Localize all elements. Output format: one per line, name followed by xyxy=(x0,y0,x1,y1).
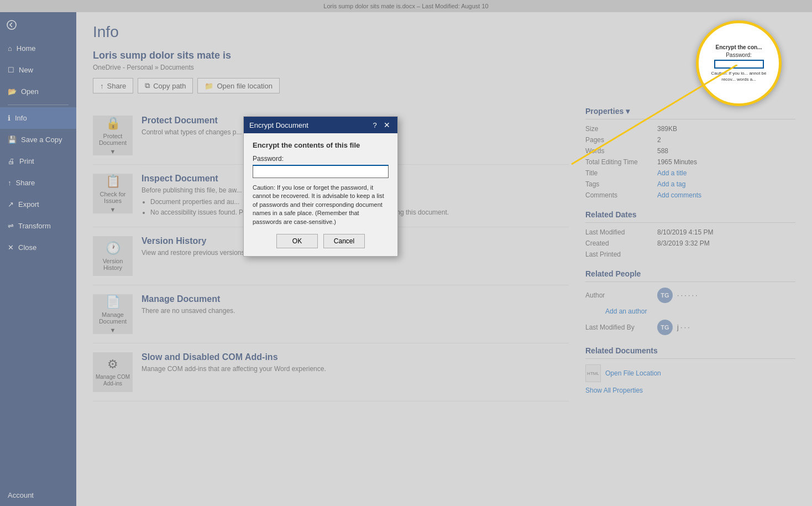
dialog-cancel-button[interactable]: Cancel xyxy=(323,234,365,248)
encrypt-dialog-wrapper: Encrypt Document ? ✕ Encrypt the content… xyxy=(243,116,398,257)
content-area: Info Loris sump dolor sits mate is OneDr… xyxy=(76,12,812,506)
dialog-buttons: OK Cancel xyxy=(253,234,389,248)
zoom-callout-password-label: Password: xyxy=(726,52,752,58)
dialog-titlebar: Encrypt Document ? ✕ xyxy=(244,117,397,133)
callout-arrow xyxy=(538,65,737,175)
dialog-close-button[interactable]: ✕ xyxy=(382,120,392,130)
dialog-ok-button[interactable]: OK xyxy=(276,234,318,248)
svg-line-1 xyxy=(572,65,737,164)
zoom-callout-title: Encrypt the con... xyxy=(716,44,762,50)
dialog-password-label: Password: xyxy=(253,155,389,163)
dialog-caution-text: Caution: If you lose or forget the passw… xyxy=(253,184,389,226)
zoom-callout-container: Encrypt the con... Password: Caution: If… xyxy=(696,20,782,106)
dialog-help-button[interactable]: ? xyxy=(370,120,380,130)
encrypt-dialog: Encrypt Document ? ✕ Encrypt the content… xyxy=(243,116,398,257)
dialog-title-text: Encrypt Document xyxy=(249,121,308,129)
dialog-body: Encrypt the contents of this file Passwo… xyxy=(244,133,397,256)
dialog-password-input[interactable] xyxy=(253,165,389,178)
dialog-body-title: Encrypt the contents of this file xyxy=(253,141,389,149)
